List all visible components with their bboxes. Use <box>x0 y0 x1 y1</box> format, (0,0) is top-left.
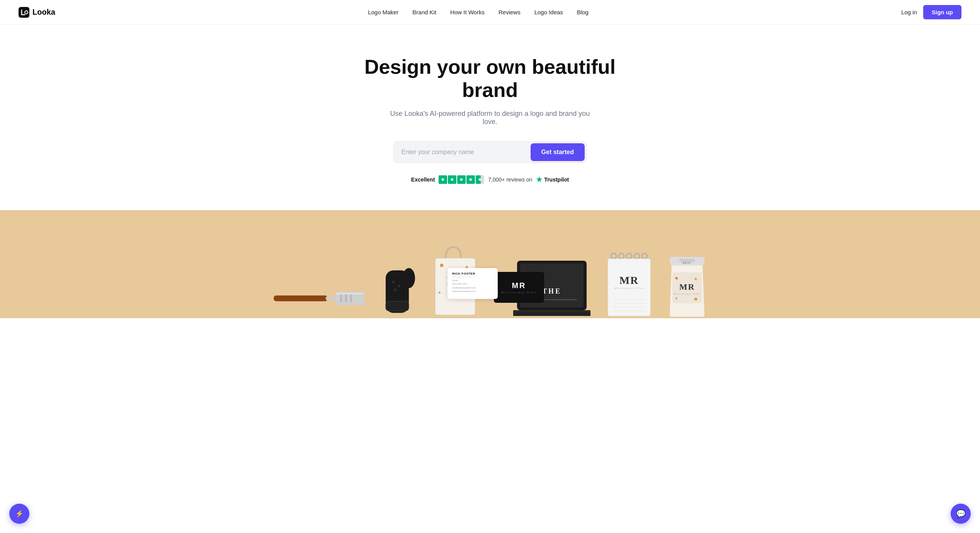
svg-text:☕: ☕ <box>675 297 678 300</box>
nav-logo-maker[interactable]: Logo Maker <box>368 9 398 15</box>
svg-rect-35 <box>613 299 645 300</box>
svg-rect-7 <box>350 294 352 302</box>
mitt-item <box>382 255 417 314</box>
svg-rect-26 <box>513 312 590 316</box>
coffee-cup-icon: MR Mississippi Ribs 🍖 🔥 ☕ 🍔 BEST <box>668 257 706 317</box>
hero-section: Design your own beautiful brand Use Look… <box>0 25 980 210</box>
svg-text:🍔: 🍔 <box>440 263 444 267</box>
spatula-icon <box>274 288 366 309</box>
company-name-form: Get started <box>393 141 587 163</box>
get-started-button[interactable]: Get started <box>531 143 585 161</box>
black-card-sub: Mississippi Ribs <box>502 291 537 294</box>
svg-text:Mississippi Ribs: Mississippi Ribs <box>674 293 700 295</box>
svg-point-13 <box>398 285 400 287</box>
svg-text:MR: MR <box>619 274 639 286</box>
trustpilot-brand-name: Trustpilot <box>544 177 569 183</box>
trustpilot-star-icon: ★ <box>536 175 542 184</box>
svg-text:🔥: 🔥 <box>694 277 698 281</box>
nav-brand-kit[interactable]: Brand Kit <box>412 9 436 15</box>
svg-rect-38 <box>613 311 645 311</box>
card-divider <box>452 277 473 277</box>
notepad-item: MR Mississippi Ribs <box>606 253 652 318</box>
logo[interactable]: Looka <box>19 7 55 18</box>
main-nav: Looka Logo Maker Brand Kit How It Works … <box>0 0 980 25</box>
nav-blog[interactable]: Blog <box>577 9 589 15</box>
star-3: ★ <box>457 175 466 184</box>
svg-text:🍖: 🍖 <box>675 276 679 280</box>
svg-rect-11 <box>386 301 409 311</box>
svg-text:THE: THE <box>542 287 561 295</box>
svg-text:MR: MR <box>679 282 695 292</box>
trustpilot-label: Excellent <box>411 177 435 183</box>
svg-rect-2 <box>274 295 328 301</box>
mitt-icon <box>382 255 417 313</box>
showcase-items: MR 🍔 🔥 ☕ 🍖 MR Mississippi Ribs RICK FOST… <box>258 243 722 318</box>
hero-subtitle: Use Looka's AI-powered platform to desig… <box>390 110 590 126</box>
nav-how-it-works[interactable]: How It Works <box>450 9 485 15</box>
black-business-card: MR Mississippi Ribs <box>494 272 544 303</box>
nav-reviews[interactable]: Reviews <box>499 9 521 15</box>
hero-title: Design your own beautiful brand <box>355 56 625 102</box>
star-4: ★ <box>466 175 475 184</box>
notepad-icon: MR Mississippi Ribs <box>606 253 652 317</box>
signup-button[interactable]: Sign up <box>923 5 961 19</box>
star-2: ★ <box>448 175 456 184</box>
card-details: Owner (812) 555-1234 rick@mississippirib… <box>452 279 493 293</box>
brand-showcase-section: MR 🍔 🔥 ☕ 🍖 MR Mississippi Ribs RICK FOST… <box>0 210 980 318</box>
trustpilot-section: Excellent ★ ★ ★ ★ ★ 7,000+ reviews on ★ … <box>411 175 569 184</box>
nav-logo-ideas[interactable]: Logo Ideas <box>534 9 563 15</box>
business-cards-item: MR Mississippi Ribs RICK FOSTER Owner (8… <box>494 268 498 311</box>
nav-actions: Log in Sign up <box>901 5 961 19</box>
svg-point-29 <box>626 253 632 259</box>
login-button[interactable]: Log in <box>901 9 917 15</box>
svg-point-30 <box>634 253 640 259</box>
nav-links: Logo Maker Brand Kit How It Works Review… <box>368 9 589 16</box>
svg-point-14 <box>394 289 396 291</box>
svg-text:Mississippi Ribs: Mississippi Ribs <box>615 287 644 289</box>
logo-text: Looka <box>32 8 55 17</box>
logo-icon <box>19 7 29 18</box>
svg-text:🍔: 🍔 <box>694 297 698 301</box>
coffee-cup-item: MR Mississippi Ribs 🍖 🔥 ☕ 🍔 BEST <box>668 257 706 318</box>
svg-rect-37 <box>613 307 645 307</box>
spatula-item <box>274 288 366 311</box>
black-card-monogram: MR <box>512 281 526 290</box>
star-5: ★ <box>476 175 484 184</box>
trustpilot-reviews: 7,000+ reviews on <box>488 177 532 183</box>
svg-rect-36 <box>613 303 645 304</box>
svg-rect-5 <box>340 294 342 302</box>
svg-rect-6 <box>345 294 347 302</box>
card-name: RICK FOSTER <box>452 272 493 275</box>
white-business-card: RICK FOSTER Owner (812) 555-1234 rick@mi… <box>447 268 498 299</box>
trustpilot-brand: ★ Trustpilot <box>536 175 569 184</box>
svg-rect-8 <box>336 293 363 294</box>
trustpilot-stars: ★ ★ ★ ★ ★ <box>439 175 484 184</box>
svg-text:☕: ☕ <box>438 291 441 294</box>
svg-point-31 <box>642 253 647 259</box>
svg-point-28 <box>619 253 624 259</box>
company-name-input[interactable] <box>402 145 531 160</box>
svg-text:BEST: BEST <box>683 261 692 264</box>
svg-point-27 <box>611 253 616 259</box>
star-1: ★ <box>439 175 447 184</box>
svg-point-12 <box>392 281 395 283</box>
